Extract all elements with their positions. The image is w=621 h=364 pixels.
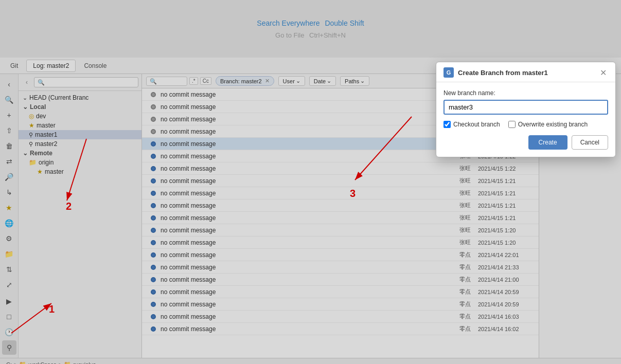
modal-title: Create Branch from master1 [458, 69, 594, 77]
create-btn[interactable]: Create [528, 135, 567, 150]
modal-branch-name-input[interactable] [443, 100, 608, 115]
overwrite-label: Overwrite existing branch [518, 121, 588, 128]
checkout-checkbox-label[interactable]: Checkout branch [443, 121, 500, 128]
modal-close-btn[interactable]: ✕ [598, 67, 608, 78]
modal-options: Checkout branch Overwrite existing branc… [443, 121, 608, 128]
modal-icon: G [443, 67, 454, 78]
overwrite-checkbox-label[interactable]: Overwrite existing branch [508, 121, 588, 128]
modal-body: New branch name: Checkout branch Overwri… [436, 82, 615, 157]
modal-overlay: G Create Branch from master1 ✕ New branc… [0, 0, 621, 364]
checkout-checkbox[interactable] [443, 121, 451, 128]
modal-dialog: G Create Branch from master1 ✕ New branc… [436, 62, 616, 157]
modal-footer: Create Cancel [443, 135, 608, 150]
cancel-btn[interactable]: Cancel [572, 135, 608, 150]
checkout-label: Checkout branch [453, 121, 500, 128]
overwrite-checkbox[interactable] [508, 121, 516, 128]
modal-input-label: New branch name: [443, 89, 608, 97]
modal-header: G Create Branch from master1 ✕ [436, 62, 615, 82]
